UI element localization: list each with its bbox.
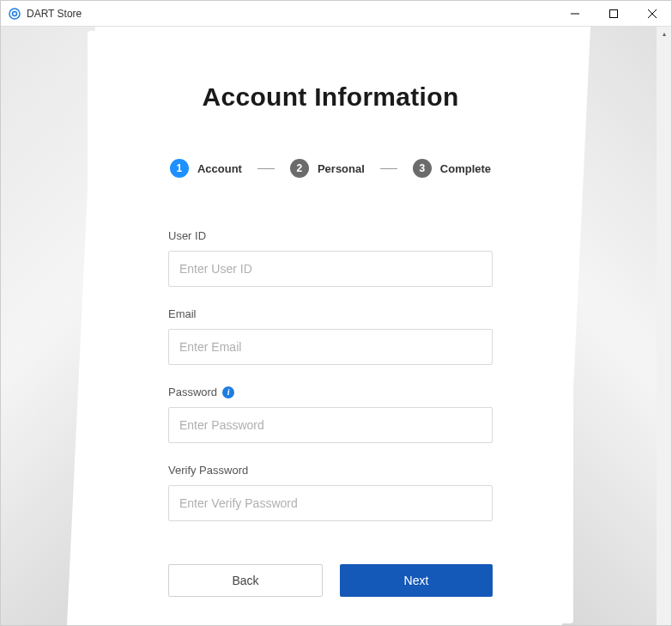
label-password: Password i	[168, 386, 493, 398]
svg-point-1	[13, 11, 17, 15]
form-group-userid: User ID	[168, 229, 493, 287]
titlebar-left: DART Store	[8, 7, 82, 21]
step-complete: 3 Complete	[413, 159, 491, 178]
window-title: DART Store	[27, 8, 82, 20]
back-button[interactable]: Back	[168, 564, 323, 597]
label-verify-password-text: Verify Password	[168, 464, 248, 477]
titlebar: DART Store	[1, 1, 671, 27]
label-userid: User ID	[168, 229, 493, 242]
step-label-complete: Complete	[440, 162, 491, 175]
email-input[interactable]	[168, 329, 493, 365]
close-button[interactable]	[633, 1, 671, 26]
userid-input[interactable]	[168, 251, 493, 287]
app-window: DART Store Account Information 1 Account	[0, 0, 672, 626]
step-number-1: 1	[170, 159, 189, 178]
step-divider	[257, 168, 275, 169]
background-decoration-right	[562, 27, 657, 625]
scroll-up-arrow-icon[interactable]: ▴	[657, 27, 671, 41]
label-userid-text: User ID	[168, 229, 206, 242]
form-group-password: Password i	[168, 386, 493, 443]
page-title: Account Information	[168, 82, 493, 112]
label-password-text: Password	[168, 386, 217, 398]
svg-rect-3	[609, 9, 617, 17]
window-controls	[555, 1, 671, 26]
form-group-verify-password: Verify Password	[168, 464, 493, 521]
background-decoration-left	[1, 27, 95, 625]
button-row: Back Next	[168, 564, 493, 597]
svg-point-0	[9, 9, 20, 19]
minimize-button[interactable]	[555, 1, 594, 26]
form-group-email: Email	[168, 307, 493, 365]
vertical-scrollbar[interactable]: ▴	[657, 27, 671, 625]
verify-password-input[interactable]	[168, 485, 493, 521]
info-icon[interactable]: i	[222, 386, 234, 398]
stepper: 1 Account 2 Personal 3 Complete	[168, 159, 493, 178]
maximize-button[interactable]	[594, 1, 633, 26]
step-number-3: 3	[413, 159, 432, 178]
step-label-account: Account	[197, 162, 242, 175]
step-personal: 2 Personal	[290, 159, 365, 178]
step-label-personal: Personal	[318, 162, 365, 175]
step-account: 1 Account	[170, 159, 242, 178]
label-email: Email	[168, 307, 493, 320]
step-number-2: 2	[290, 159, 309, 178]
next-button[interactable]: Next	[340, 564, 493, 597]
content-area: Account Information 1 Account 2 Personal…	[1, 27, 671, 625]
label-email-text: Email	[168, 307, 197, 320]
label-verify-password: Verify Password	[168, 464, 493, 477]
registration-card: Account Information 1 Account 2 Personal…	[88, 31, 573, 623]
step-divider	[380, 168, 397, 169]
password-input[interactable]	[168, 407, 493, 443]
app-icon	[8, 7, 21, 21]
